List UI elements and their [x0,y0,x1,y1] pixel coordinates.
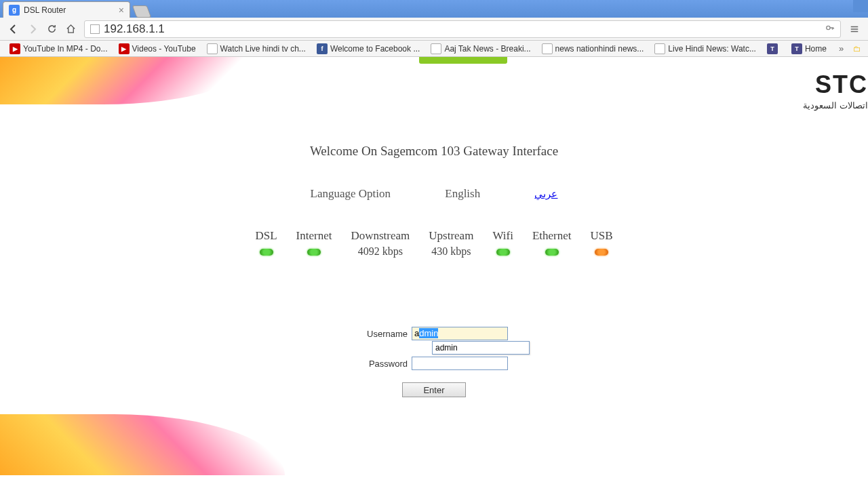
language-english: English [445,187,480,200]
decorative-gradient-bottom [0,414,285,475]
autocomplete-dropdown[interactable]: admin [432,341,530,355]
facebook-icon: f [317,43,328,54]
bookmarks-bar: ▶YouTube In MP4 - Do... ▶Videos - YouTub… [0,41,868,57]
led-green-icon [545,249,559,256]
password-label: Password [360,359,408,369]
bookmark-item[interactable]: ▶YouTube In MP4 - Do... [5,42,112,56]
password-input[interactable] [412,357,508,370]
status-downstream: Downstream 4092 kbps [351,229,410,259]
bookmark-item[interactable]: Aaj Tak News - Breaki... [427,42,534,56]
tv-icon [207,43,218,54]
username-label: Username [360,329,408,339]
google-favicon: g [9,5,20,16]
status-row: DSL Internet Downstream 4092 kbps Upstre… [0,229,868,259]
status-ethernet: Ethernet [532,229,572,259]
led-green-icon [307,249,321,256]
tv-icon [542,43,553,54]
box-icon: T [767,43,778,54]
back-icon [8,24,19,35]
page-icon [431,43,441,54]
url-text: 192.168.1.1 [104,22,165,36]
home-icon [66,24,76,34]
status-usb: USB [590,229,612,259]
page-favicon [90,24,100,34]
bookmark-item[interactable]: ▶Videos - YouTube [115,42,200,56]
decorative-gradient-top [0,57,258,104]
window-control[interactable] [853,0,868,12]
back-button[interactable] [5,21,22,37]
welcome-heading: Welcome On Sagemcom 103 Gateway Interfac… [0,144,868,159]
header-green-bar [419,57,507,64]
page-icon [654,43,665,54]
logo-subtitle: اتصالات السعودية [803,100,868,111]
forward-button[interactable] [24,21,41,37]
reload-icon [47,24,57,34]
url-bar[interactable]: 192.168.1.1 [84,20,841,38]
menu-icon [850,24,859,34]
led-green-icon [260,249,273,256]
new-tab-button[interactable] [132,5,152,18]
enter-button[interactable]: Enter [402,382,466,397]
bookmarks-overflow[interactable]: » [833,43,849,54]
status-dsl: DSL [255,229,277,259]
language-label: Language Option [311,187,391,200]
language-arabic-link[interactable]: عربي [534,188,557,199]
bookmark-item[interactable]: Watch Live hindi tv ch... [203,42,310,56]
led-orange-icon [595,249,608,256]
reload-button[interactable] [43,21,60,37]
bookmark-item[interactable]: THome [787,42,831,56]
login-form: Username admin admin Password Enter [298,327,570,397]
bookmark-item[interactable]: T [763,42,785,56]
home-button[interactable] [62,21,79,37]
username-input[interactable]: admin [412,327,508,340]
browser-tab[interactable]: g DSL Router × [3,1,130,18]
youtube-icon: ▶ [119,43,130,54]
menu-button[interactable] [846,21,863,37]
bookmark-item[interactable]: news nationhindi news... [538,42,648,56]
bookmark-item[interactable]: fWelcome to Facebook ... [313,42,425,56]
box-icon: T [791,43,802,54]
svg-point-0 [827,26,830,29]
forward-icon [27,24,38,35]
status-internet: Internet [296,229,332,259]
youtube-icon: ▶ [9,43,20,54]
key-icon[interactable] [825,23,835,35]
led-green-icon [496,249,510,256]
status-wifi: Wifi [492,229,513,259]
status-upstream: Upstream 430 kbps [429,229,473,259]
other-bookmarks[interactable]: 🗀 [849,43,865,55]
close-tab-icon[interactable]: × [119,5,124,16]
language-row: Language Option English عربي [0,187,868,201]
logo-text: STC [803,71,868,99]
stc-logo: STC اتصالات السعودية [803,71,868,111]
folder-icon: 🗀 [853,44,861,54]
bookmark-item[interactable]: Live Hindi News: Watc... [650,42,760,56]
tab-title: DSL Router [24,5,119,15]
